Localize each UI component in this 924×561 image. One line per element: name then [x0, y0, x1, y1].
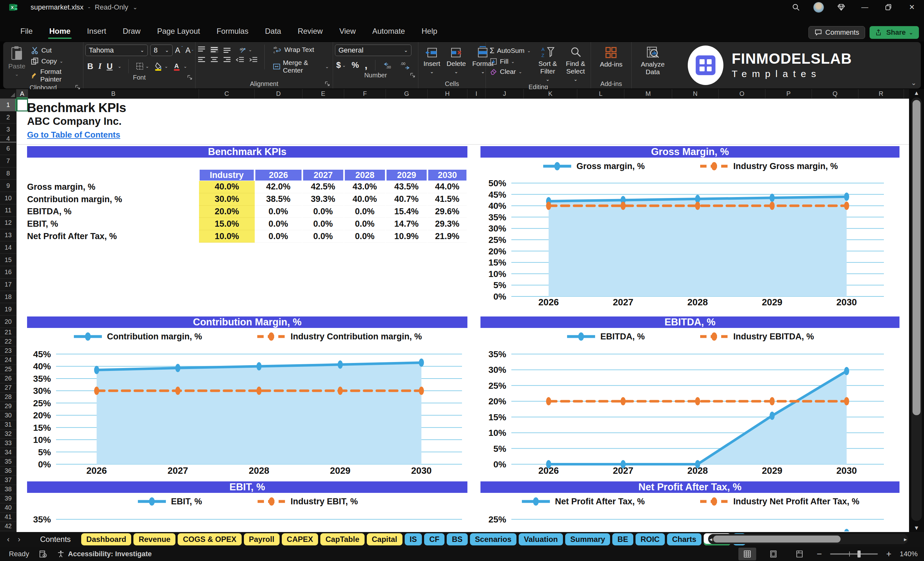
page-layout-view-button[interactable] — [765, 548, 782, 560]
column-header-N[interactable]: N — [672, 89, 718, 98]
bold-button[interactable]: B — [87, 62, 93, 71]
zoom-in-button[interactable]: + — [886, 549, 891, 559]
kpi-row-label[interactable]: Gross margin, % — [27, 181, 96, 193]
kpi-value-cell[interactable]: 29.3% — [428, 218, 467, 230]
kpi-value-cell[interactable]: 0.0% — [303, 218, 344, 230]
row-header-9[interactable]: 9 — [0, 180, 16, 192]
sheet-tab-revenue[interactable]: Revenue — [134, 533, 176, 545]
row-header-22[interactable]: 22 — [0, 337, 16, 346]
column-header-L[interactable]: L — [577, 89, 624, 98]
font-dialog-launcher-icon[interactable] — [187, 75, 193, 80]
accessibility-status[interactable]: Accessibility: Investigate — [57, 550, 152, 558]
kpi-table-header-2029[interactable]: 2029 — [386, 170, 427, 180]
font-name-select[interactable]: Tahoma⌄ — [86, 45, 148, 56]
close-button[interactable]: ✕ — [906, 1, 918, 14]
sheet-tab-be[interactable]: BE — [612, 533, 633, 545]
number-format-select[interactable]: General⌄ — [335, 45, 411, 56]
column-header-B[interactable]: B — [28, 89, 199, 98]
row-header-3[interactable]: 3 — [0, 123, 16, 135]
row-header-21[interactable]: 21 — [0, 328, 16, 337]
column-header-O[interactable]: O — [718, 89, 765, 98]
row-header-12[interactable]: 12 — [0, 217, 16, 229]
align-center-icon[interactable] — [210, 57, 218, 64]
kpi-industry-cell[interactable]: 30.0% — [199, 193, 255, 206]
fill-color-button[interactable]: ⌄ — [154, 62, 168, 70]
menu-tab-help[interactable]: Help — [414, 22, 444, 41]
kpi-industry-cell[interactable]: 15.0% — [199, 218, 255, 230]
scroll-up-icon[interactable]: ▲ — [909, 90, 924, 96]
menu-tab-file[interactable]: File — [14, 22, 40, 41]
decrease-decimal-icon[interactable]: .00 — [400, 61, 410, 69]
kpi-value-cell[interactable]: 0.0% — [303, 230, 344, 243]
kpi-row-label[interactable]: Net Profit After Tax, % — [27, 230, 117, 243]
row-header-30[interactable]: 30 — [0, 411, 16, 420]
sheet-tab-summary[interactable]: Summary — [565, 533, 610, 545]
search-icon[interactable] — [790, 1, 802, 14]
vertical-scrollbar[interactable]: ▲ ▼ — [909, 89, 924, 532]
chart-ebitda-[interactable]: EBITDA, %EBITDA, %Industry EBITDA, %35%3… — [480, 316, 900, 480]
row-header-24[interactable]: 24 — [0, 356, 16, 365]
sheet-tab-dashboard[interactable]: Dashboard — [81, 533, 131, 545]
sheet-tab-bs[interactable]: BS — [447, 533, 467, 545]
sheet-area[interactable]: Benchmark KPIs ABC Company Inc. Go to Ta… — [16, 99, 909, 532]
normal-view-button[interactable] — [738, 548, 756, 560]
currency-format-button[interactable]: $⌄ — [336, 60, 346, 70]
align-bottom-icon[interactable] — [223, 46, 231, 53]
column-header-E[interactable]: E — [303, 89, 344, 98]
row-header-2[interactable]: 2 — [0, 111, 16, 123]
row-header-11[interactable]: 11 — [0, 204, 16, 217]
column-header-D[interactable]: D — [255, 89, 303, 98]
row-header-15[interactable]: 15 — [0, 254, 16, 266]
row-header-8[interactable]: 8 — [0, 168, 16, 180]
tab-scroll-left-icon[interactable]: ‹ — [7, 535, 9, 544]
kpi-value-cell[interactable]: 0.0% — [303, 206, 344, 218]
fill-button[interactable]: Fill ⌄ — [488, 57, 532, 66]
align-right-icon[interactable] — [223, 57, 231, 64]
merge-center-button[interactable]: Merge & Center ⌄ — [271, 58, 331, 75]
zoom-level[interactable]: 140% — [900, 550, 918, 558]
column-header-A[interactable]: A — [16, 89, 28, 98]
row-header-26[interactable]: 26 — [0, 374, 16, 383]
chart-net-profit-after-tax-[interactable]: Net Profit After Tax, %Net Profit After … — [480, 482, 900, 531]
sheet-heading[interactable]: Benchmark KPIs — [27, 100, 126, 115]
sheet-tab-roic[interactable]: ROIC — [636, 533, 665, 545]
row-header-27[interactable]: 27 — [0, 383, 16, 393]
underline-button[interactable]: U — [106, 62, 113, 71]
column-header-G[interactable]: G — [386, 89, 428, 98]
minimize-button[interactable]: — — [858, 1, 871, 14]
font-size-select[interactable]: 8⌄ — [150, 45, 172, 56]
kpi-industry-cell[interactable]: 10.0% — [199, 230, 255, 243]
sheet-tab-contents[interactable]: Contents — [32, 533, 79, 545]
row-header-34[interactable]: 34 — [0, 448, 16, 457]
row-header-1[interactable]: 1 — [0, 99, 16, 111]
chart-gross-margin-[interactable]: Gross Margin, %Gross margin, %Industry G… — [480, 146, 900, 310]
kpi-value-cell[interactable]: 15.4% — [386, 206, 427, 218]
sheet-tab-is[interactable]: IS — [405, 533, 422, 545]
kpi-industry-cell[interactable]: 20.0% — [199, 206, 255, 218]
cut-button[interactable]: Cut — [28, 45, 81, 56]
kpi-value-cell[interactable]: 10.9% — [386, 230, 427, 243]
alignment-dialog-launcher-icon[interactable] — [324, 81, 330, 87]
kpi-value-cell[interactable]: 38.5% — [255, 193, 302, 206]
column-header-C[interactable]: C — [199, 89, 255, 98]
column-header-M[interactable]: M — [624, 89, 672, 98]
sheet-tab-scenarios[interactable]: Scenarios — [470, 533, 517, 545]
row-header-40[interactable]: 40 — [0, 503, 16, 513]
menu-tab-insert[interactable]: Insert — [80, 22, 113, 41]
row-header-16[interactable]: 16 — [0, 266, 16, 279]
comments-button[interactable]: Comments — [808, 26, 865, 39]
chart-ebit-[interactable]: EBIT, %EBIT, %Industry EBIT, %35%30%25%2… — [27, 482, 467, 531]
row-header-10[interactable]: 10 — [0, 192, 16, 204]
column-header-K[interactable]: K — [524, 89, 577, 98]
collapse-ribbon-icon[interactable]: ⌄ — [911, 79, 916, 87]
shrink-font-button[interactable]: Aˇ — [185, 46, 193, 55]
sheet-tab-capital[interactable]: Capital — [367, 533, 402, 545]
row-header-31[interactable]: 31 — [0, 420, 16, 429]
comma-format-button[interactable]: , — [364, 59, 368, 71]
insert-cells-button[interactable]: Insert⌄ — [420, 45, 444, 75]
kpi-value-cell[interactable]: 0.0% — [344, 230, 385, 243]
wrap-text-button[interactable]: abc Wrap Text — [271, 45, 331, 55]
readonly-badge[interactable]: Read-Only — [95, 3, 128, 12]
kpi-industry-cell[interactable]: 40.0% — [199, 181, 255, 193]
sheet-tab-capex[interactable]: CAPEX — [282, 533, 318, 545]
